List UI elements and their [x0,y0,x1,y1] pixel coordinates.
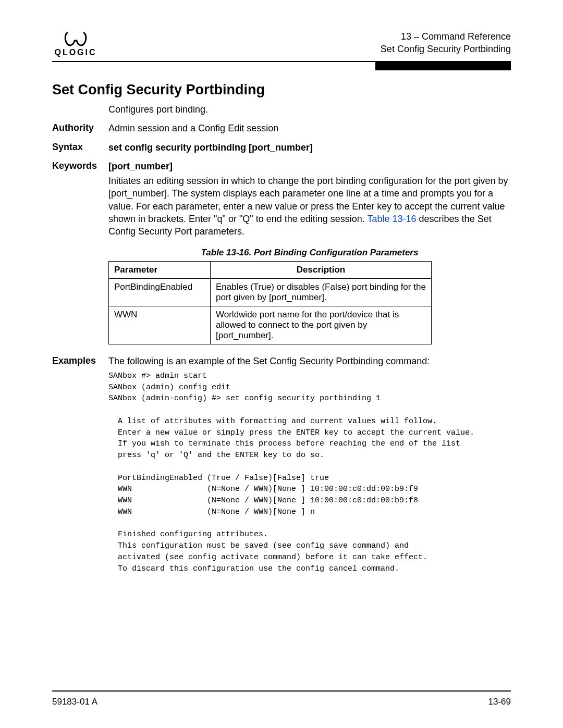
table-reference-link[interactable]: Table 13-16 [368,214,417,224]
header-chapter: 13 – Command Reference [381,30,511,43]
logo: QLOGIC [52,30,99,57]
table-header-parameter: Parameter [109,261,211,278]
keywords-label: Keywords [52,160,108,172]
qlogic-mark-icon [63,31,88,47]
footer-divider [52,690,511,692]
examples-code-block: SANbox #> admin start SANbox (admin) con… [108,371,511,575]
header-breadcrumb: 13 – Command Reference Set Config Securi… [381,30,511,56]
header-divider [52,61,511,62]
page-footer: 59183-01 A 13-69 [52,697,511,707]
table-row: WWN Worldwide port name for the port/dev… [109,306,432,344]
table-caption: Table 13-16. Port Binding Configuration … [108,248,511,258]
table-cell-desc: Enables (True) or disables (False) port … [211,278,432,306]
header-divider-accent [375,61,511,70]
footer-page-number: 13-69 [488,697,511,707]
logo-wordmark: QLOGIC [54,48,96,57]
examples-label: Examples [52,355,108,367]
table-cell-desc: Worldwide port name for the port/device … [211,306,432,344]
authority-text: Admin session and a Config Edit session [108,122,511,134]
table-header-row: Parameter Description [109,261,432,278]
table-cell-param: WWN [109,306,211,344]
parameters-table: Parameter Description PortBindingEnabled… [108,261,432,344]
page-header: QLOGIC 13 – Command Reference Set Config… [52,30,511,57]
syntax-text: set config security portbinding [port_nu… [108,141,511,154]
page-container: QLOGIC 13 – Command Reference Set Config… [0,0,563,728]
footer-doc-id: 59183-01 A [52,697,97,707]
keywords-keyword: [port_number] [108,160,511,172]
syntax-label: Syntax [52,141,108,154]
intro-text: Configures port binding. [108,103,511,116]
examples-intro: The following is an example of the Set C… [108,355,511,367]
authority-label: Authority [52,122,108,134]
header-section: Set Config Security Portbinding [381,43,511,55]
table-row: PortBindingEnabled Enables (True) or dis… [109,278,432,306]
keywords-description: Initiates an editing session in which to… [108,175,511,238]
table-header-description: Description [211,261,432,278]
command-title: Set Config Security Portbinding [52,82,511,98]
table-cell-param: PortBindingEnabled [109,278,211,306]
